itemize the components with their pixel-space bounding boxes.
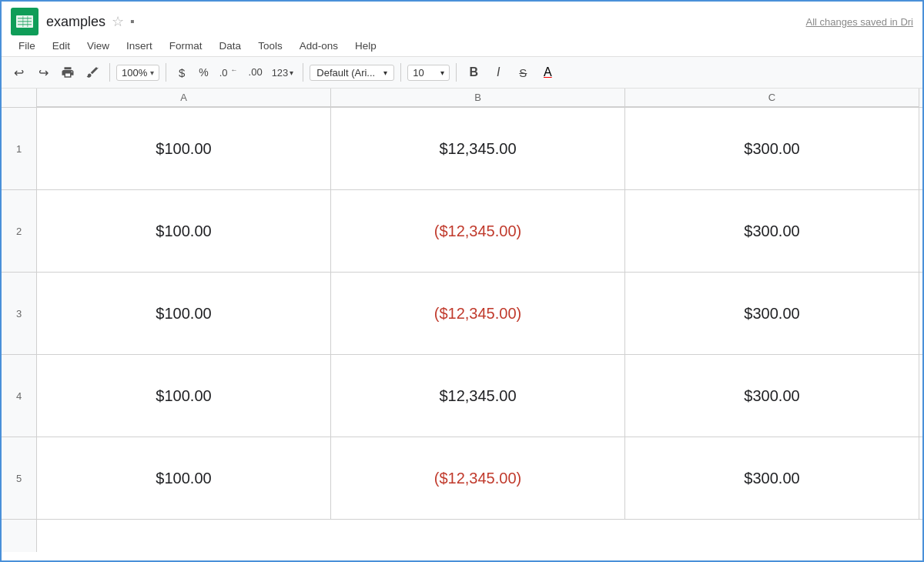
menu-data[interactable]: Data <box>212 37 249 55</box>
bold-button[interactable]: B <box>463 62 484 83</box>
menu-edit[interactable]: Edit <box>45 37 78 55</box>
star-icon[interactable]: ☆ <box>112 13 124 30</box>
format-number-chevron: ▾ <box>290 69 293 77</box>
row-number-1[interactable]: 1 <box>2 108 36 190</box>
print-button[interactable] <box>57 62 79 83</box>
toolbar-separator-1 <box>109 63 110 82</box>
table-row: $100.00 ($12,345.00) $300.00 <box>37 437 922 520</box>
menu-help[interactable]: Help <box>347 37 384 55</box>
cell-a3[interactable]: $100.00 <box>37 273 331 354</box>
table-row: $100.00 ($12,345.00) $300.00 <box>37 273 922 355</box>
zoom-selector[interactable]: 100% ▾ <box>116 65 159 81</box>
cell-c4[interactable]: $300.00 <box>625 355 919 437</box>
menu-view[interactable]: View <box>79 37 117 55</box>
menu-file[interactable]: File <box>11 37 43 55</box>
cell-b3[interactable]: ($12,345.00) <box>331 273 625 354</box>
col-header-c[interactable]: C <box>625 89 919 107</box>
row-number-4[interactable]: 4 <box>2 355 36 437</box>
title-bar: examples ☆ ▪ All changes saved in Dri <box>2 2 922 35</box>
cell-b5[interactable]: ($12,345.00) <box>331 437 625 519</box>
row-number-2[interactable]: 2 <box>2 190 36 273</box>
cell-c2[interactable]: $300.00 <box>625 190 919 272</box>
menu-tools[interactable]: Tools <box>250 37 290 55</box>
table-row: $100.00 $12,345.00 $300.00 <box>37 108 922 190</box>
toolbar: ↩ ↪ 100% ▾ $ % .0← .00 123 ▾ Default (Ar… <box>2 56 922 89</box>
folder-icon[interactable]: ▪ <box>130 15 135 28</box>
italic-button[interactable]: I <box>487 62 509 83</box>
menu-format[interactable]: Format <box>162 37 210 55</box>
format-number-button[interactable]: 123 ▾ <box>269 65 297 80</box>
strikethrough-button[interactable]: S <box>512 62 534 83</box>
undo-button[interactable]: ↩ <box>8 62 29 83</box>
percent-symbol: % <box>199 66 208 79</box>
grid-body: $100.00 $12,345.00 $300.00 $100.00 ($12,… <box>37 108 922 520</box>
menu-insert[interactable]: Insert <box>119 37 160 55</box>
redo-button[interactable]: ↪ <box>32 62 54 83</box>
table-row: $100.00 $12,345.00 $300.00 <box>37 355 922 437</box>
cell-c3[interactable]: $300.00 <box>625 273 919 354</box>
toolbar-separator-3 <box>303 63 303 82</box>
svg-rect-3 <box>18 21 32 22</box>
cell-a4[interactable]: $100.00 <box>37 355 331 437</box>
col-header-a[interactable]: A <box>37 89 331 107</box>
toolbar-separator-4 <box>400 63 401 82</box>
zoom-chevron: ▾ <box>150 69 154 77</box>
doc-title: examples ☆ ▪ <box>46 13 135 30</box>
app-icon <box>11 8 38 35</box>
svg-rect-4 <box>18 24 32 25</box>
text-color-button[interactable]: A <box>537 62 558 83</box>
column-headers: A B C <box>37 89 922 108</box>
percent-button[interactable]: % <box>194 65 213 80</box>
cell-b2[interactable]: ($12,345.00) <box>331 190 625 272</box>
zoom-value: 100% <box>122 67 147 79</box>
font-size-value: 10 <box>413 67 424 79</box>
cell-a5[interactable]: $100.00 <box>37 437 331 519</box>
row-number-3[interactable]: 3 <box>2 273 36 355</box>
menu-addons[interactable]: Add-ons <box>292 37 346 55</box>
cell-a1[interactable]: $100.00 <box>37 108 331 189</box>
cell-b4[interactable]: $12,345.00 <box>331 355 625 437</box>
cell-c5[interactable]: $300.00 <box>625 437 919 519</box>
currency-button[interactable]: $ <box>172 62 191 83</box>
decimal-more-button[interactable]: .00 <box>246 65 266 79</box>
toolbar-separator-2 <box>166 63 166 82</box>
cell-c1[interactable]: $300.00 <box>625 108 919 189</box>
toolbar-separator-5 <box>456 63 457 82</box>
title-section: examples ☆ ▪ <box>46 13 135 30</box>
row-number-5[interactable]: 5 <box>2 437 36 520</box>
svg-rect-5 <box>22 16 24 27</box>
cell-a2[interactable]: $100.00 <box>37 190 331 272</box>
doc-title-text[interactable]: examples <box>46 14 105 30</box>
menu-bar: File Edit View Insert Format Data Tools … <box>2 35 922 56</box>
font-size-selector[interactable]: 10 ▾ <box>407 65 450 81</box>
svg-rect-6 <box>27 16 28 27</box>
currency-symbol: $ <box>179 66 185 79</box>
spreadsheet: 1 2 3 4 5 A B C $100.00 $12,345.00 $300.… <box>2 89 922 552</box>
grid-area: A B C $100.00 $12,345.00 $300.00 $100.00… <box>37 89 922 552</box>
row-numbers-column: 1 2 3 4 5 <box>2 89 37 552</box>
decimal-controls: .0← .00 <box>216 65 266 80</box>
decimal-less-button[interactable]: .0← <box>216 65 244 80</box>
svg-rect-2 <box>18 18 32 19</box>
font-family-value: Default (Ari... <box>316 67 375 79</box>
cell-b1[interactable]: $12,345.00 <box>331 108 625 189</box>
col-header-b[interactable]: B <box>331 89 625 107</box>
font-family-chevron: ▾ <box>383 69 387 77</box>
font-size-chevron: ▾ <box>440 69 444 77</box>
font-family-selector[interactable]: Default (Ari... ▾ <box>310 65 394 81</box>
paint-format-button[interactable] <box>82 62 103 83</box>
row-num-corner <box>2 89 36 108</box>
autosave-status: All changes saved in Dri <box>806 16 913 28</box>
format-number-label: 123 <box>272 67 289 79</box>
table-row: $100.00 ($12,345.00) $300.00 <box>37 190 922 273</box>
